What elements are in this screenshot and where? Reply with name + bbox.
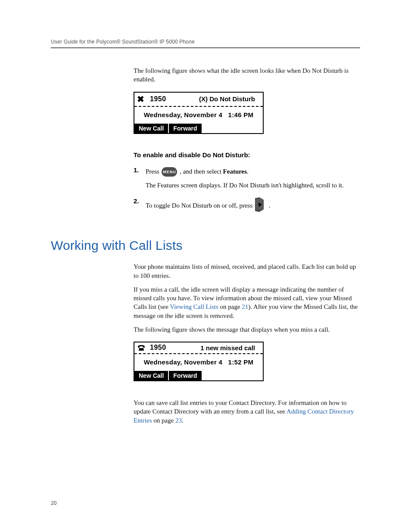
screen2-softkey-newcall: New Call — [134, 371, 169, 380]
screen2-extension: 1950 — [150, 344, 166, 352]
step1-rest-b: . — [247, 168, 249, 175]
screen1-extension: 1950 — [150, 95, 166, 103]
cl-p4-c: . — [182, 417, 184, 424]
x-icon: ✖ — [137, 94, 146, 104]
step2-text-b: . — [269, 202, 271, 209]
step1-rest-a: , and then select — [180, 168, 223, 175]
step2-text-a: To toggle Do Not Disturb on or off, pres… — [146, 202, 254, 209]
cl-p4: You can save call list entries to your C… — [134, 398, 360, 425]
cl-p2-b: on page — [218, 303, 242, 310]
section-heading-call-lists: Working with Call Lists — [51, 238, 360, 253]
select-arrow-icon — [255, 197, 266, 215]
missed-call-screen-figure: 1950 1 new missed call Wednesday, Novemb… — [134, 342, 264, 381]
step-1-number: 1. — [134, 166, 146, 190]
cl-p1: Your phone maintains lists of missed, re… — [134, 262, 360, 280]
screen1-date: Wednesday, November 4 — [144, 111, 222, 118]
step1-sub-text: The Features screen displays. If Do Not … — [146, 181, 360, 190]
running-header: User Guide for the Polycom® SoundStation… — [51, 39, 360, 45]
screen1-softkey-forward: Forward — [169, 124, 201, 133]
screen2-date: Wednesday, November 4 — [144, 358, 222, 366]
step-2-number: 2. — [134, 197, 146, 215]
step-2-body: To toggle Do Not Disturb on or off, pres… — [146, 197, 360, 215]
menu-button-icon: MENU — [162, 167, 177, 177]
dnd-intro-text: The following figure shows what the idle… — [134, 66, 360, 84]
screen2-time: 1:52 PM — [228, 358, 254, 366]
link-viewing-call-lists[interactable]: Viewing Call Lists — [170, 303, 218, 310]
link-page-23[interactable]: 23 — [175, 417, 182, 424]
dnd-idle-screen-figure: ✖ 1950 (X) Do Not Disturb Wednesday, Nov… — [134, 92, 264, 134]
dnd-subhead: To enable and disable Do Not Disturb: — [134, 151, 360, 159]
header-rule — [51, 47, 360, 48]
step-1-body: Press MENU , and then select Features. T… — [146, 166, 360, 190]
cl-p3: The following figure shows the message t… — [134, 325, 360, 334]
screen1-status: (X) Do Not Disturb — [199, 95, 255, 103]
screen1-time: 1:46 PM — [228, 111, 254, 118]
step1-features-word: Features — [223, 168, 247, 175]
phone-icon — [137, 344, 146, 352]
screen1-softkey-newcall: New Call — [134, 124, 169, 133]
cl-p2: If you miss a call, the idle screen will… — [134, 285, 360, 320]
cl-p4-b: on page — [152, 417, 176, 424]
screen2-status: 1 new missed call — [200, 344, 255, 352]
screen2-softkey-forward: Forward — [169, 371, 201, 380]
page-number: 20 — [51, 500, 56, 506]
step1-press-text: Press — [146, 168, 161, 175]
link-page-21[interactable]: 21 — [242, 303, 248, 310]
